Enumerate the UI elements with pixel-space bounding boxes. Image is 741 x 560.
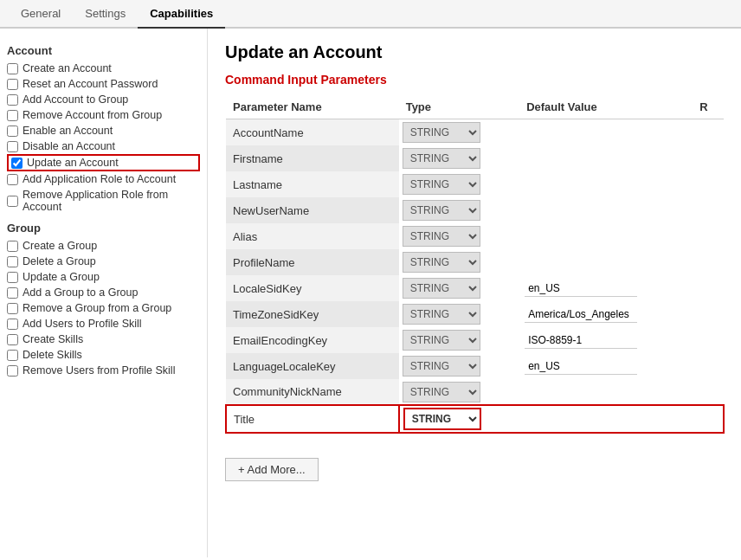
param-type-cell[interactable]: STRING xyxy=(399,405,519,433)
param-default-cell[interactable] xyxy=(519,405,693,433)
type-select-lastname[interactable]: STRING xyxy=(403,174,480,195)
sidebar-item-delete-skills[interactable]: Delete Skills xyxy=(7,347,200,363)
type-select-accountname[interactable]: STRING xyxy=(403,122,480,143)
param-default-cell[interactable] xyxy=(519,275,693,301)
label-remove-app-role: Remove Application Role from Account xyxy=(23,189,200,213)
sidebar-item-disable-account[interactable]: Disable an Account xyxy=(7,138,200,154)
sidebar-item-enable-account[interactable]: Enable an Account xyxy=(7,123,200,138)
sidebar-item-add-group-to-group[interactable]: Add a Group to a Group xyxy=(7,285,200,300)
param-name-cell: EmailEncodingKey xyxy=(226,327,399,353)
sidebar-item-remove-users-from-profile[interactable]: Remove Users from Profile Skill xyxy=(7,363,200,378)
checkbox-remove-app-role[interactable] xyxy=(7,196,18,207)
param-type-cell[interactable]: STRING xyxy=(399,379,519,405)
default-value-input-timezonesidkey[interactable] xyxy=(525,306,637,323)
type-select-alias[interactable]: STRING xyxy=(403,226,480,247)
param-default-cell[interactable] xyxy=(519,145,693,171)
param-type-cell[interactable]: STRING xyxy=(399,353,519,379)
checkbox-reset-password[interactable] xyxy=(7,79,18,90)
param-type-cell[interactable]: STRING xyxy=(399,249,519,275)
content-area: Update an Account Command Input Paramete… xyxy=(208,29,741,557)
checkbox-update-account[interactable] xyxy=(11,158,23,169)
sidebar-item-remove-group-from-group[interactable]: Remove a Group from a Group xyxy=(7,300,200,316)
type-select-emailencodingkey[interactable]: STRING xyxy=(403,330,480,351)
default-value-input-emailencodingkey[interactable] xyxy=(525,332,637,349)
param-default-cell[interactable] xyxy=(519,353,693,379)
checkbox-remove-account-from-group[interactable] xyxy=(7,110,18,121)
table-row: NewUserNameSTRING xyxy=(226,197,724,223)
checkbox-add-users-to-profile[interactable] xyxy=(7,319,18,330)
sidebar-item-delete-group[interactable]: Delete a Group xyxy=(7,254,200,269)
param-default-cell[interactable] xyxy=(519,379,693,405)
checkbox-create-group[interactable] xyxy=(7,241,18,252)
type-select-profilename[interactable]: STRING xyxy=(403,252,480,273)
checkbox-create-account[interactable] xyxy=(7,63,18,74)
tab-settings[interactable]: Settings xyxy=(73,0,138,27)
type-select-communitynickname[interactable]: STRING xyxy=(403,382,480,402)
type-select-timezonesidkey[interactable]: STRING xyxy=(403,304,480,325)
sidebar-item-create-account[interactable]: Create an Account xyxy=(7,61,200,76)
param-required-cell xyxy=(693,353,724,379)
checkbox-add-app-role[interactable] xyxy=(7,174,18,185)
checkbox-disable-account[interactable] xyxy=(7,141,18,152)
checkbox-remove-group-from-group[interactable] xyxy=(7,303,18,314)
param-default-cell[interactable] xyxy=(519,197,693,223)
param-default-cell[interactable] xyxy=(519,301,693,327)
table-row: EmailEncodingKeySTRING xyxy=(226,327,724,353)
checkbox-remove-users-from-profile[interactable] xyxy=(7,365,18,377)
label-add-account-to-group: Add Account to Group xyxy=(23,93,128,106)
type-select-newusername[interactable]: STRING xyxy=(403,200,480,221)
table-row: AliasSTRING xyxy=(226,223,724,249)
type-select-firstname[interactable]: STRING xyxy=(403,148,480,169)
param-type-cell[interactable]: STRING xyxy=(399,197,519,223)
param-name-cell: Firstname xyxy=(226,145,399,171)
param-default-cell[interactable] xyxy=(519,119,693,146)
type-select-languagelocalekey[interactable]: STRING xyxy=(403,356,480,377)
label-create-account: Create an Account xyxy=(23,62,112,74)
table-row: TitleSTRING xyxy=(226,405,724,433)
checkbox-delete-skills[interactable] xyxy=(7,350,18,361)
param-default-cell[interactable] xyxy=(519,327,693,353)
type-select-localesidkey[interactable]: STRING xyxy=(403,278,480,299)
sidebar-item-update-account[interactable]: Update an Account xyxy=(7,154,200,171)
tab-capabilities[interactable]: Capabilities xyxy=(138,0,225,29)
param-default-cell[interactable] xyxy=(519,223,693,249)
checkbox-create-skills[interactable] xyxy=(7,334,18,345)
param-type-cell[interactable]: STRING xyxy=(399,327,519,353)
default-value-input-languagelocalekey[interactable] xyxy=(525,358,637,375)
label-disable-account: Disable an Account xyxy=(23,140,115,152)
add-more-button[interactable]: + Add More... xyxy=(225,458,319,481)
sidebar-item-create-group[interactable]: Create a Group xyxy=(7,238,200,254)
type-select-title[interactable]: STRING xyxy=(403,408,481,430)
param-type-cell[interactable]: STRING xyxy=(399,145,519,171)
sidebar-item-reset-password[interactable]: Reset an Account Password xyxy=(7,76,200,92)
checkbox-enable-account[interactable] xyxy=(7,126,18,137)
param-type-cell[interactable]: STRING xyxy=(399,223,519,249)
param-required-cell xyxy=(693,405,724,433)
tab-general[interactable]: General xyxy=(9,0,73,27)
param-name-cell: CommunityNickName xyxy=(226,379,399,405)
param-type-cell[interactable]: STRING xyxy=(399,171,519,197)
sidebar-item-add-app-role[interactable]: Add Application Role to Account xyxy=(7,171,200,187)
param-type-cell[interactable]: STRING xyxy=(399,301,519,327)
tabs-bar: GeneralSettingsCapabilities xyxy=(0,0,741,29)
param-type-cell[interactable]: STRING xyxy=(399,119,519,146)
param-required-cell xyxy=(693,301,724,327)
param-type-cell[interactable]: STRING xyxy=(399,275,519,301)
param-default-cell[interactable] xyxy=(519,249,693,275)
checkbox-add-account-to-group[interactable] xyxy=(7,94,18,106)
sidebar-item-remove-app-role[interactable]: Remove Application Role from Account xyxy=(7,187,200,215)
checkbox-update-group[interactable] xyxy=(7,272,18,283)
param-default-cell[interactable] xyxy=(519,171,693,197)
sidebar-item-add-users-to-profile[interactable]: Add Users to Profile Skill xyxy=(7,316,200,331)
sidebar-item-remove-account-from-group[interactable]: Remove Account from Group xyxy=(7,107,200,123)
param-required-cell xyxy=(693,327,724,353)
param-required-cell xyxy=(693,171,724,197)
sidebar-item-add-account-to-group[interactable]: Add Account to Group xyxy=(7,92,200,107)
parameters-table: Parameter NameTypeDefault ValueR Account… xyxy=(225,95,724,434)
sidebar-item-update-group[interactable]: Update a Group xyxy=(7,269,200,285)
sidebar-item-create-skills[interactable]: Create Skills xyxy=(7,331,200,347)
default-value-input-localesidkey[interactable] xyxy=(525,280,637,297)
checkbox-delete-group[interactable] xyxy=(7,256,18,267)
param-required-cell xyxy=(693,223,724,249)
checkbox-add-group-to-group[interactable] xyxy=(7,287,18,299)
